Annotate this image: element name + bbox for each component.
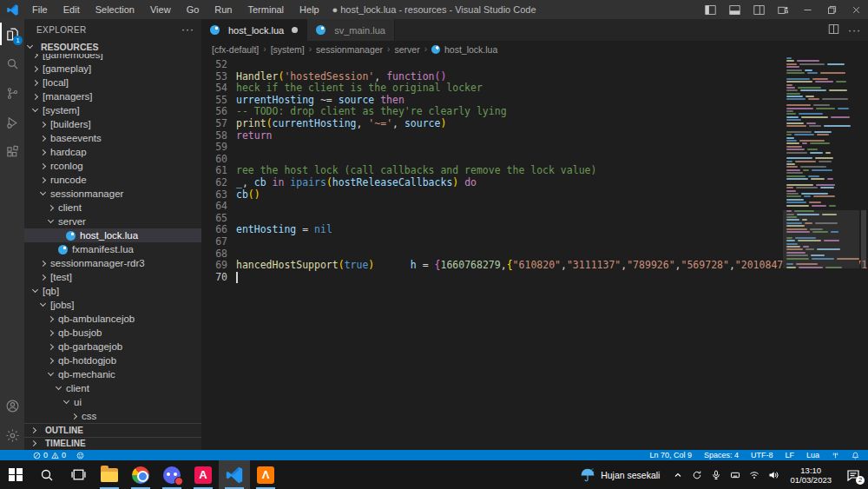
close-button[interactable] — [844, 0, 868, 19]
start-button[interactable] — [0, 460, 31, 489]
indentation[interactable]: Spaces: 4 — [704, 451, 739, 459]
tab-label: host_lock.lua — [228, 25, 284, 36]
taskbar-search-icon[interactable] — [31, 460, 62, 489]
line-number: 67 — [201, 236, 227, 248]
tree-item-test[interactable]: [test] — [24, 270, 201, 284]
tree-item-qb-busjob[interactable]: qb-busjob — [24, 326, 201, 340]
menu-run[interactable]: Run — [207, 0, 240, 19]
language-mode[interactable]: Lua — [806, 451, 819, 459]
tree-item-css[interactable]: css — [24, 409, 201, 423]
tree-item-client[interactable]: client — [24, 201, 201, 215]
errors-indicator[interactable]: 0 — [33, 451, 48, 459]
tree-item-ui[interactable]: ui — [24, 395, 201, 409]
menu-view[interactable]: View — [142, 0, 179, 19]
smiley-icon[interactable] — [76, 452, 84, 459]
broadcast-icon[interactable] — [832, 452, 839, 459]
tree-item-baseevents[interactable]: baseevents — [24, 131, 201, 145]
tree-item-builders[interactable]: [builders] — [24, 117, 201, 131]
discord-taskbar-icon[interactable] — [156, 460, 187, 489]
tree-item-local[interactable]: [local] — [24, 76, 201, 89]
layout-sidebar-icon[interactable] — [698, 0, 722, 19]
menu-edit[interactable]: Edit — [56, 0, 88, 19]
layout-panel-icon[interactable] — [722, 0, 746, 19]
tree-item-client[interactable]: client — [24, 381, 201, 395]
extensions-icon[interactable] — [0, 137, 24, 167]
weather-widget[interactable]: Hujan sesekali — [571, 460, 668, 489]
tree-item-jobs[interactable]: [jobs] — [24, 298, 201, 312]
breadcrumb-item[interactable]: [system] — [271, 44, 305, 55]
more-actions-icon[interactable]: ··· — [848, 24, 861, 36]
tray-network-icon[interactable] — [747, 460, 762, 489]
tab-sv_main.lua[interactable]: sv_main.lua — [307, 19, 395, 41]
customize-layout-icon[interactable] — [771, 0, 795, 19]
cursor-position[interactable]: Ln 70, Col 9 — [649, 451, 692, 459]
minimap-slider[interactable] — [783, 210, 859, 268]
breadcrumb-item[interactable]: [cfx-default] — [212, 44, 259, 55]
tree-item-qb-mechanic[interactable]: qb-mechanic — [24, 367, 201, 381]
tree-item-sessionmanager-rdr3[interactable]: sessionmanager-rdr3 — [24, 256, 201, 270]
menu-file[interactable]: File — [24, 0, 56, 19]
editor-scrollbar[interactable] — [859, 57, 868, 450]
task-view-icon[interactable] — [62, 460, 94, 489]
tree-item-qb-garbagejob[interactable]: qb-garbagejob — [24, 340, 201, 354]
tree-item-qb-ambulancejob[interactable]: qb-ambulancejob — [24, 312, 201, 326]
resources-section-header[interactable]: RESOURCES — [24, 40, 201, 54]
tray-device-icon[interactable] — [728, 460, 743, 489]
warnings-indicator[interactable]: 0 — [51, 451, 66, 459]
fivem-taskbar-icon[interactable]: Λ — [250, 460, 281, 489]
notifications-bell-icon[interactable] — [852, 452, 859, 459]
notification-center-icon[interactable]: 2 — [838, 460, 868, 489]
chrome-taskbar-icon[interactable] — [125, 460, 156, 489]
account-icon[interactable] — [0, 391, 24, 420]
a-app-taskbar-icon[interactable]: A — [187, 460, 219, 489]
tree-item-runcode[interactable]: runcode — [24, 173, 201, 187]
tab-host_lock.lua[interactable]: host_lock.lua — [201, 19, 307, 41]
tree-item-host_lock.lua[interactable]: host_lock.lua — [24, 228, 201, 242]
menu-terminal[interactable]: Terminal — [240, 0, 293, 19]
tree-item-label: client — [66, 383, 89, 393]
chevron-right-icon — [48, 357, 54, 363]
settings-gear-icon[interactable] — [0, 420, 24, 450]
minimize-button[interactable] — [795, 0, 819, 19]
layout-sidebar-right-icon[interactable] — [746, 0, 771, 19]
tray-chevron-up-icon[interactable] — [671, 460, 686, 489]
tree-item-qb[interactable]: [qb] — [24, 284, 201, 298]
tree-item-sessionmanager[interactable]: sessionmanager — [24, 187, 201, 201]
tree-item-hardcap[interactable]: hardcap — [24, 145, 201, 159]
explorer-more-actions-icon[interactable]: ··· — [181, 23, 194, 36]
eol-sequence[interactable]: LF — [785, 451, 794, 459]
clock-widget[interactable]: 13:10 01/03/2023 — [783, 466, 838, 485]
search-icon[interactable] — [0, 49, 24, 78]
timeline-section[interactable]: TIMELINE — [24, 437, 201, 451]
breadcrumb-file[interactable]: host_lock.lua — [444, 44, 497, 55]
tree-item-gamemodes[interactable]: [gamemodes] — [24, 54, 201, 62]
tree-item-system[interactable]: [system] — [24, 103, 201, 117]
tree-item-rconlog[interactable]: rconlog — [24, 159, 201, 173]
vscode-taskbar-icon[interactable] — [219, 460, 250, 489]
tree-item-qb-hotdogjob[interactable]: qb-hotdogjob — [24, 354, 201, 367]
explorer-icon[interactable]: 1 — [0, 19, 24, 49]
menu-go[interactable]: Go — [179, 0, 207, 19]
tree-item-gameplay[interactable]: [gameplay] — [24, 62, 201, 76]
code-line: 61ree the host lock (call callbacks and … — [201, 165, 868, 177]
menu-help[interactable]: Help — [292, 0, 327, 19]
menu-selection[interactable]: Selection — [88, 0, 142, 19]
tree-item-managers[interactable]: [managers] — [24, 89, 201, 103]
tray-sync-icon[interactable] — [690, 460, 705, 489]
split-editor-icon[interactable] — [828, 23, 839, 38]
breadcrumb-item[interactable]: sessionmanager — [316, 44, 383, 55]
file-explorer-taskbar-icon[interactable] — [94, 460, 125, 489]
text-caret — [236, 272, 238, 283]
source-control-icon[interactable] — [0, 78, 24, 108]
restore-button[interactable] — [819, 0, 844, 19]
code-editor[interactable]: 5253Handler('hostedSession', function()5… — [201, 57, 868, 450]
tree-item-server[interactable]: server — [24, 215, 201, 228]
run-debug-icon[interactable] — [0, 108, 24, 137]
tray-microphone-icon[interactable] — [709, 460, 724, 489]
tree-item-fxmanifest.lua[interactable]: fxmanifest.lua — [24, 242, 201, 256]
tray-volume-icon[interactable] — [766, 460, 781, 489]
breadcrumb-item[interactable]: server — [394, 44, 419, 55]
encoding[interactable]: UTF-8 — [751, 451, 773, 459]
minimap[interactable] — [783, 57, 859, 450]
outline-section[interactable]: OUTLINE — [24, 423, 201, 437]
